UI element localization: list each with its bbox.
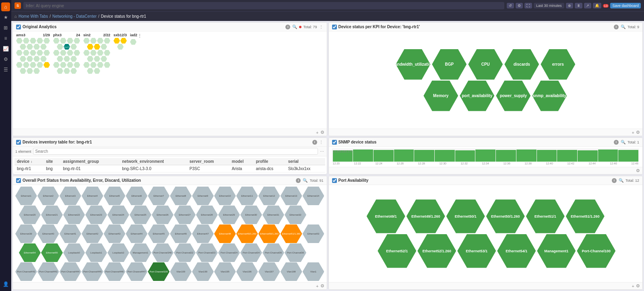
port-avail-pc100[interactable]: Port-Channel100 <box>577 234 615 268</box>
hex-cell[interactable] <box>27 44 33 50</box>
hex-cell[interactable] <box>74 38 80 44</box>
info-icon-inventory[interactable]: i <box>312 140 317 145</box>
hex-cell[interactable] <box>101 56 107 62</box>
hex-cell[interactable] <box>83 38 90 44</box>
col-server-room[interactable]: server_room <box>187 158 229 165</box>
port-hex-vlan190[interactable]: Vlan190 <box>192 262 214 281</box>
hex-cell[interactable] <box>57 56 63 62</box>
port-hex-e45[interactable]: Ethernet45 <box>148 224 169 243</box>
hex-cell[interactable] <box>87 56 93 62</box>
hex-cell[interactable] <box>120 38 127 44</box>
hex-cell[interactable] <box>67 38 73 44</box>
info-icon-analytics[interactable]: i <box>285 25 290 29</box>
port-hex-e23[interactable]: Ethernet23 <box>85 206 107 224</box>
port-hex-vlan196[interactable]: Vlan196 <box>236 262 258 281</box>
hex-cell[interactable] <box>83 62 90 68</box>
port-hex-e21[interactable]: Ethernet21 <box>41 206 63 224</box>
settings-icon-analytics[interactable]: ⚙ <box>320 130 324 135</box>
port-hex-e47[interactable]: Ethernet47 <box>192 224 214 243</box>
topbar-btn-alerts[interactable]: 🔔 <box>593 3 601 8</box>
port-hex-pc340[interactable]: Port-Channel340 <box>152 243 173 262</box>
port-hex-e41[interactable]: Ethernet41 <box>60 224 81 243</box>
port-hex-e30[interactable]: Ethernet30 <box>240 206 262 224</box>
hex-cell-selected[interactable]: bng-rtr1 <box>64 44 70 50</box>
port-hex-e31[interactable]: Ethernet31 <box>262 206 284 224</box>
col-assignment[interactable]: assignment_group <box>60 158 120 165</box>
sidebar-icon-user[interactable]: 👤 <box>1 280 10 289</box>
hex-cell[interactable] <box>20 56 26 62</box>
hex-cell[interactable] <box>37 38 43 44</box>
port-hex-e29[interactable]: Ethernet29 <box>218 206 240 224</box>
col-model[interactable]: model <box>229 158 254 165</box>
kpi-hex-discards[interactable]: discards <box>504 49 539 80</box>
hex-cell[interactable] <box>30 38 36 44</box>
add-icon-analytics[interactable]: + <box>316 130 318 135</box>
hex-cell[interactable] <box>27 56 33 62</box>
table-search-input[interactable] <box>33 148 318 155</box>
hex-cell[interactable] <box>33 44 40 50</box>
port-hex-vlan195[interactable]: Vlan195 <box>214 262 236 281</box>
add-icon-port-avail[interactable]: + <box>632 284 634 289</box>
port-hex-e43[interactable]: Ethernet43 <box>104 224 126 243</box>
hex-cell[interactable] <box>53 50 60 56</box>
port-hex-pc35[interactable]: Port-Channel35 <box>262 243 284 262</box>
hex-cell[interactable] <box>70 68 77 74</box>
hex-cell[interactable] <box>104 38 110 44</box>
port-hex-e8[interactable]: Ethernet8 <box>170 187 192 205</box>
port-hex-pc446[interactable]: Port-Channel446 <box>104 262 126 281</box>
port-hex-vlan198[interactable]: Vlan198 <box>281 262 302 281</box>
port-hex-e24[interactable]: Ethernet24 <box>107 206 129 224</box>
info-icon-kpi[interactable]: i <box>614 25 619 29</box>
hex-cell[interactable] <box>33 56 40 62</box>
hex-cell[interactable] <box>94 56 100 62</box>
sidebar-icon-chart[interactable]: 📈 <box>1 44 10 53</box>
hex-cell[interactable] <box>43 50 50 56</box>
port-hex-pc445[interactable]: Port-Channel445 <box>82 262 103 281</box>
port-hex-e53[interactable]: Ethernet53 <box>303 224 324 243</box>
port-hex-e11[interactable]: Ethernet11 <box>236 187 258 205</box>
hex-cell[interactable] <box>90 38 97 44</box>
kpi-hex-memory[interactable]: Memory <box>423 81 458 111</box>
port-avail-mgmt1[interactable]: Management1 <box>537 234 576 268</box>
port-hex-e48[interactable]: Ethernet48 <box>214 224 236 243</box>
sidebar-icon-dashboard[interactable]: ⊞ <box>1 23 10 32</box>
search-icon-kpi[interactable]: 🔍 <box>620 24 626 29</box>
hex-cell[interactable] <box>20 44 26 50</box>
hex-cell[interactable] <box>53 62 60 68</box>
hex-cell[interactable] <box>97 38 103 44</box>
port-hex-pc444[interactable]: Port-Channel444 <box>60 262 81 281</box>
hex-cell[interactable] <box>60 50 66 56</box>
settings-icon-kpi[interactable]: ⚙ <box>636 130 640 135</box>
hex-cell[interactable] <box>101 44 107 50</box>
port-hex-loopback0[interactable]: Loopback0 <box>63 243 85 262</box>
hex-cell[interactable] <box>94 68 100 74</box>
port-hex-e14[interactable]: Ethernet14 <box>303 187 324 205</box>
info-icon-snmp[interactable]: i <box>614 140 619 145</box>
panel-checkbox-analytics[interactable] <box>16 25 21 29</box>
port-hex-e26[interactable]: Ethernet26 <box>152 206 173 224</box>
hex-cell[interactable] <box>20 68 26 74</box>
hex-cell[interactable] <box>23 50 29 56</box>
port-hex-e32[interactable]: Ethernet32 <box>285 206 306 224</box>
port-hex-e22[interactable]: Ethernet22 <box>63 206 85 224</box>
topbar-btn-refresh[interactable]: ↺ <box>507 3 514 8</box>
group-iad2-more[interactable]: ⋮ <box>137 33 142 38</box>
port-avail-e541[interactable]: Ethernet54/1 <box>497 234 536 268</box>
info-icon-port-status[interactable]: i <box>296 178 301 183</box>
col-serial[interactable]: serial <box>286 158 325 165</box>
settings-icon-port-avail[interactable]: ⚙ <box>636 283 640 289</box>
hex-cell[interactable] <box>16 50 23 56</box>
port-hex-e27[interactable]: Ethernet27 <box>174 206 196 224</box>
sidebar-icon-analytics[interactable]: ≡ <box>1 34 10 43</box>
search-input[interactable] <box>23 2 504 9</box>
port-hex-e1[interactable]: Ethernet1 <box>15 187 37 205</box>
hex-cell[interactable] <box>23 38 29 44</box>
breadcrumb-section[interactable]: Networking - DataCenter <box>52 14 97 19</box>
port-hex-e13[interactable]: Ethernet13 <box>281 187 302 205</box>
port-avail-e511[interactable]: Ethernet51/1 <box>526 200 565 233</box>
hex-cell[interactable] <box>74 50 80 56</box>
kpi-hex-port-avail[interactable]: port_availability <box>460 81 494 111</box>
search-icon-port-avail[interactable]: 🔍 <box>618 178 624 183</box>
settings-icon-snmp[interactable]: ⚙ <box>636 168 640 173</box>
add-icon-kpi[interactable]: + <box>632 130 634 135</box>
